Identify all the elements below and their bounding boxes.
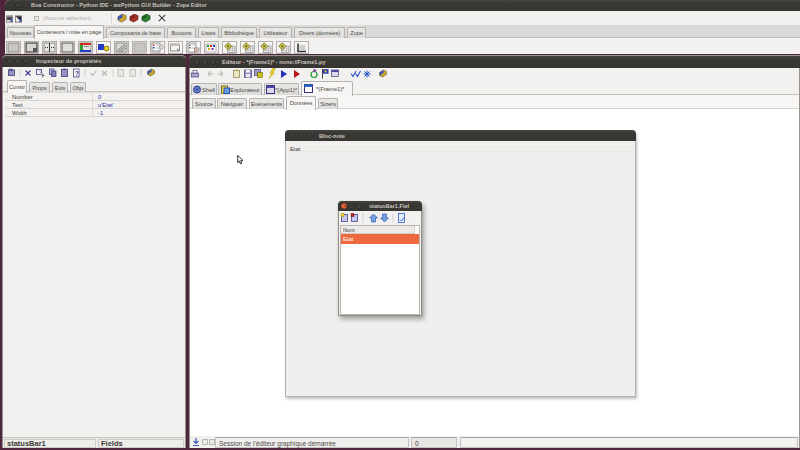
svg-text:?: ? <box>75 70 79 77</box>
